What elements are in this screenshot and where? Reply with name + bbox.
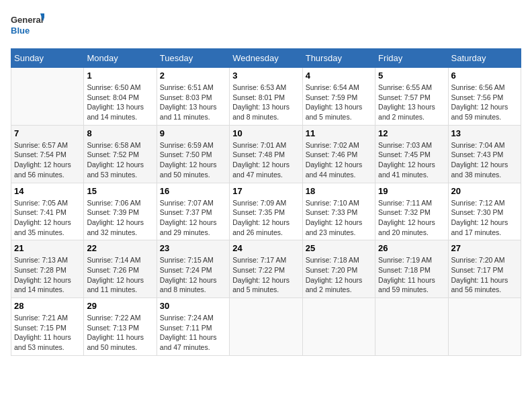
day-info: Sunrise: 7:05 AMSunset: 7:41 PMDaylight:… — [14, 198, 81, 238]
day-info: Sunrise: 7:02 AMSunset: 7:46 PMDaylight:… — [306, 140, 372, 180]
calendar-cell: 13Sunrise: 7:04 AMSunset: 7:43 PMDayligh… — [448, 125, 521, 183]
header-friday: Friday — [375, 49, 448, 68]
day-number: 5 — [378, 71, 445, 81]
calendar-week-row: 7Sunrise: 6:57 AMSunset: 7:54 PMDaylight… — [11, 125, 521, 183]
day-number: 14 — [14, 186, 81, 196]
day-number: 25 — [306, 243, 372, 253]
day-info: Sunrise: 6:55 AMSunset: 7:57 PMDaylight:… — [378, 83, 445, 122]
day-number: 17 — [232, 186, 299, 196]
calendar-cell: 14Sunrise: 7:05 AMSunset: 7:41 PMDayligh… — [11, 183, 84, 240]
header-thursday: Thursday — [302, 49, 375, 68]
day-number: 26 — [378, 243, 445, 253]
calendar-cell: 16Sunrise: 7:07 AMSunset: 7:37 PMDayligh… — [157, 183, 229, 240]
calendar-cell: 1Sunrise: 6:50 AMSunset: 8:04 PMDaylight… — [84, 68, 157, 126]
calendar-cell: 27Sunrise: 7:20 AMSunset: 7:17 PMDayligh… — [448, 240, 521, 298]
calendar-cell: 30Sunrise: 7:24 AMSunset: 7:11 PMDayligh… — [157, 298, 229, 356]
day-info: Sunrise: 6:50 AMSunset: 8:04 PMDaylight:… — [87, 83, 153, 122]
calendar-week-row: 14Sunrise: 7:05 AMSunset: 7:41 PMDayligh… — [11, 183, 521, 240]
header-monday: Monday — [84, 49, 157, 68]
calendar-cell: 20Sunrise: 7:12 AMSunset: 7:30 PMDayligh… — [448, 183, 521, 240]
calendar-cell: 17Sunrise: 7:09 AMSunset: 7:35 PMDayligh… — [230, 183, 302, 240]
day-number: 2 — [160, 71, 226, 81]
day-number: 1 — [87, 71, 153, 81]
day-number: 24 — [232, 243, 299, 253]
day-number: 18 — [306, 186, 372, 196]
calendar-cell — [230, 298, 302, 356]
day-info: Sunrise: 7:13 AMSunset: 7:28 PMDaylight:… — [14, 255, 81, 295]
calendar-header-row: SundayMondayTuesdayWednesdayThursdayFrid… — [11, 49, 521, 68]
day-number: 28 — [14, 301, 81, 311]
day-info: Sunrise: 7:19 AMSunset: 7:18 PMDaylight:… — [378, 255, 445, 295]
day-number: 15 — [87, 186, 153, 196]
day-info: Sunrise: 7:14 AMSunset: 7:26 PMDaylight:… — [87, 255, 153, 295]
day-info: Sunrise: 7:07 AMSunset: 7:37 PMDaylight:… — [160, 198, 226, 238]
calendar-cell: 21Sunrise: 7:13 AMSunset: 7:28 PMDayligh… — [11, 240, 84, 298]
day-number: 27 — [451, 243, 518, 253]
day-number: 22 — [87, 243, 153, 253]
header-wednesday: Wednesday — [230, 49, 302, 68]
page-header: General Blue — [11, 11, 521, 40]
calendar-week-row: 1Sunrise: 6:50 AMSunset: 8:04 PMDaylight… — [11, 68, 521, 126]
calendar-cell: 12Sunrise: 7:03 AMSunset: 7:45 PMDayligh… — [375, 125, 448, 183]
day-number: 20 — [451, 186, 518, 196]
day-number: 23 — [160, 243, 226, 253]
calendar-cell: 19Sunrise: 7:11 AMSunset: 7:32 PMDayligh… — [375, 183, 448, 240]
day-info: Sunrise: 7:01 AMSunset: 7:48 PMDaylight:… — [232, 140, 299, 180]
calendar-cell: 8Sunrise: 6:58 AMSunset: 7:52 PMDaylight… — [84, 125, 157, 183]
logo: General Blue — [11, 11, 44, 40]
day-info: Sunrise: 6:57 AMSunset: 7:54 PMDaylight:… — [14, 140, 81, 180]
svg-text:General: General — [11, 15, 43, 25]
day-info: Sunrise: 6:53 AMSunset: 8:01 PMDaylight:… — [232, 83, 299, 122]
day-info: Sunrise: 6:54 AMSunset: 7:59 PMDaylight:… — [306, 83, 372, 122]
day-number: 10 — [232, 128, 299, 138]
day-number: 16 — [160, 186, 226, 196]
calendar-cell — [302, 298, 375, 356]
day-number: 21 — [14, 243, 81, 253]
day-info: Sunrise: 7:04 AMSunset: 7:43 PMDaylight:… — [451, 140, 518, 180]
day-info: Sunrise: 7:21 AMSunset: 7:15 PMDaylight:… — [14, 313, 81, 353]
day-info: Sunrise: 7:17 AMSunset: 7:22 PMDaylight:… — [232, 255, 299, 295]
calendar-cell: 11Sunrise: 7:02 AMSunset: 7:46 PMDayligh… — [302, 125, 375, 183]
day-info: Sunrise: 6:56 AMSunset: 7:56 PMDaylight:… — [451, 83, 518, 122]
day-number: 12 — [378, 128, 445, 138]
header-sunday: Sunday — [11, 49, 84, 68]
svg-text:Blue: Blue — [11, 26, 30, 36]
day-number: 4 — [306, 71, 372, 81]
day-number: 6 — [451, 71, 518, 81]
day-number: 3 — [232, 71, 299, 81]
calendar-cell: 28Sunrise: 7:21 AMSunset: 7:15 PMDayligh… — [11, 298, 84, 356]
calendar-cell: 29Sunrise: 7:22 AMSunset: 7:13 PMDayligh… — [84, 298, 157, 356]
day-info: Sunrise: 6:51 AMSunset: 8:03 PMDaylight:… — [160, 83, 226, 122]
calendar-cell: 6Sunrise: 6:56 AMSunset: 7:56 PMDaylight… — [448, 68, 521, 126]
day-info: Sunrise: 7:03 AMSunset: 7:45 PMDaylight:… — [378, 140, 445, 180]
calendar-cell — [448, 298, 521, 356]
logo-svg: General Blue — [11, 11, 44, 40]
day-number: 8 — [87, 128, 153, 138]
calendar-cell: 7Sunrise: 6:57 AMSunset: 7:54 PMDaylight… — [11, 125, 84, 183]
day-number: 19 — [378, 186, 445, 196]
calendar-cell: 3Sunrise: 6:53 AMSunset: 8:01 PMDaylight… — [230, 68, 302, 126]
calendar-cell: 23Sunrise: 7:15 AMSunset: 7:24 PMDayligh… — [157, 240, 229, 298]
day-number: 9 — [160, 128, 226, 138]
calendar-table: SundayMondayTuesdayWednesdayThursdayFrid… — [11, 48, 521, 356]
day-info: Sunrise: 7:11 AMSunset: 7:32 PMDaylight:… — [378, 198, 445, 238]
day-info: Sunrise: 7:10 AMSunset: 7:33 PMDaylight:… — [306, 198, 372, 238]
day-info: Sunrise: 7:22 AMSunset: 7:13 PMDaylight:… — [87, 313, 153, 353]
day-info: Sunrise: 6:58 AMSunset: 7:52 PMDaylight:… — [87, 140, 153, 180]
calendar-cell: 4Sunrise: 6:54 AMSunset: 7:59 PMDaylight… — [302, 68, 375, 126]
day-number: 13 — [451, 128, 518, 138]
calendar-cell — [375, 298, 448, 356]
calendar-cell: 9Sunrise: 6:59 AMSunset: 7:50 PMDaylight… — [157, 125, 229, 183]
day-info: Sunrise: 7:24 AMSunset: 7:11 PMDaylight:… — [160, 313, 226, 353]
day-info: Sunrise: 7:20 AMSunset: 7:17 PMDaylight:… — [451, 255, 518, 295]
day-info: Sunrise: 7:12 AMSunset: 7:30 PMDaylight:… — [451, 198, 518, 238]
day-number: 7 — [14, 128, 81, 138]
calendar-cell: 25Sunrise: 7:18 AMSunset: 7:20 PMDayligh… — [302, 240, 375, 298]
calendar-week-row: 28Sunrise: 7:21 AMSunset: 7:15 PMDayligh… — [11, 298, 521, 356]
day-info: Sunrise: 7:18 AMSunset: 7:20 PMDaylight:… — [306, 255, 372, 295]
calendar-cell: 24Sunrise: 7:17 AMSunset: 7:22 PMDayligh… — [230, 240, 302, 298]
calendar-week-row: 21Sunrise: 7:13 AMSunset: 7:28 PMDayligh… — [11, 240, 521, 298]
day-info: Sunrise: 7:15 AMSunset: 7:24 PMDaylight:… — [160, 255, 226, 295]
day-number: 30 — [160, 301, 226, 311]
calendar-cell: 15Sunrise: 7:06 AMSunset: 7:39 PMDayligh… — [84, 183, 157, 240]
